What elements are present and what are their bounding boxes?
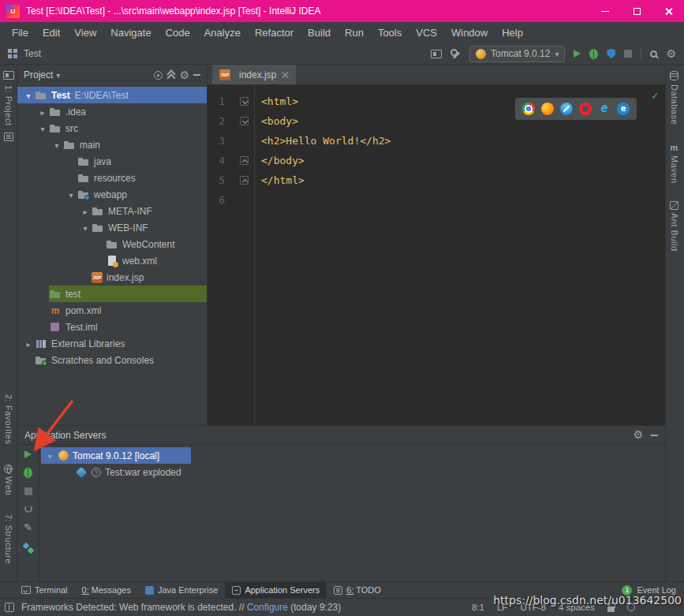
tree-item-java[interactable]: java (17, 153, 207, 170)
tree-item-test[interactable]: test (17, 286, 207, 302)
caret-position[interactable]: 8:1 (472, 603, 484, 612)
tree-item-resources[interactable]: resources (17, 170, 207, 186)
collapse-all-icon[interactable] (166, 70, 175, 80)
project-view-select[interactable]: Project (24, 69, 60, 80)
code-line[interactable]: <h2>Hello World!</h2> (255, 131, 665, 151)
gear-icon[interactable] (633, 429, 643, 441)
debug-server-button[interactable] (24, 468, 32, 478)
deployment-node[interactable]: Test:war exploded (74, 464, 665, 480)
build-settings-icon[interactable] (450, 49, 461, 59)
gear-icon[interactable] (179, 69, 189, 81)
code-line[interactable] (255, 190, 665, 210)
tab-close-icon[interactable] (281, 71, 289, 79)
tab-index-jsp[interactable]: JSP index.jsp (212, 65, 296, 84)
tree-item-src[interactable]: src (17, 120, 207, 136)
menu-refactor[interactable]: Refactor (248, 22, 301, 43)
redeploy-button[interactable] (24, 505, 32, 513)
tree-item-meta-inf[interactable]: META-INF (17, 203, 207, 219)
internet-explorer-icon[interactable] (598, 103, 611, 115)
fold-end-icon[interactable] (240, 156, 249, 165)
chrome-icon[interactable] (522, 103, 535, 115)
stripe-favorites-button[interactable]: 2: Favorites (4, 394, 13, 444)
tab-todo[interactable]: 6: TODO (327, 582, 388, 598)
tab-application-servers[interactable]: Application Servers (225, 582, 327, 598)
opera-icon[interactable] (579, 103, 592, 115)
hide-panel-icon[interactable] (651, 435, 658, 436)
chevron-down-icon[interactable] (65, 189, 77, 200)
bookmarks-icon[interactable] (4, 133, 13, 141)
chevron-down-icon[interactable] (50, 140, 63, 151)
configure-link[interactable]: Configure (247, 602, 288, 613)
fold-start-icon[interactable] (240, 97, 249, 106)
edit-configuration-icon[interactable] (24, 522, 32, 533)
run-configuration-select[interactable]: Tomcat 9.0.12 (469, 46, 565, 62)
preview-layout-icon[interactable] (431, 50, 442, 58)
safari-icon[interactable] (560, 103, 573, 115)
toolwindow-switcher-icon[interactable] (5, 603, 14, 612)
menu-run[interactable]: Run (338, 22, 371, 43)
tree-item-scratches[interactable]: Scratches and Consoles (17, 352, 207, 368)
menu-window[interactable]: Window (444, 22, 495, 43)
tab-terminal[interactable]: Terminal (14, 582, 75, 598)
search-everywhere-icon[interactable] (650, 50, 657, 58)
menu-file[interactable]: File (5, 22, 36, 43)
firefox-icon[interactable] (541, 103, 554, 115)
menu-navigate[interactable]: Navigate (103, 22, 158, 43)
minimize-button[interactable] (589, 0, 621, 22)
tree-item-webapp[interactable]: webapp (17, 186, 207, 203)
menu-vcs[interactable]: VCS (409, 22, 444, 43)
hot-swap-icon[interactable] (23, 543, 34, 554)
chevron-right-icon[interactable] (79, 206, 92, 217)
stripe-maven-button[interactable]: Maven (670, 155, 679, 184)
menu-view[interactable]: View (67, 22, 103, 43)
tree-item-external-libraries[interactable]: External Libraries (17, 335, 207, 352)
code-line[interactable]: </html> (255, 170, 665, 190)
stripe-web-button[interactable]: Web (4, 476, 13, 495)
chevron-right-icon[interactable] (22, 338, 35, 349)
tree-item-web-inf[interactable]: WEB-INF (17, 219, 207, 236)
debug-button[interactable] (589, 49, 598, 59)
menu-tools[interactable]: Tools (371, 22, 409, 43)
breadcrumb[interactable]: Test (24, 48, 41, 59)
tree-item-web-xml[interactable]: web.xml (17, 252, 207, 269)
inspection-ok-icon[interactable] (651, 86, 660, 106)
tab-java-enterprise[interactable]: Java Enterprise (138, 582, 225, 598)
locate-file-icon[interactable] (154, 71, 163, 80)
menu-build[interactable]: Build (301, 22, 338, 43)
stop-button[interactable] (624, 50, 632, 58)
stripe-structure-button[interactable]: 7: Structure (4, 514, 13, 564)
chevron-down-icon[interactable] (36, 123, 49, 134)
run-server-button[interactable] (24, 450, 32, 458)
tab-messages[interactable]: 0: Messages (75, 582, 138, 598)
code-line[interactable]: </body> (255, 151, 665, 170)
tree-item-project-root[interactable]: Test E:\IDEA\Test (17, 87, 207, 103)
stripe-project-button[interactable]: 1: Project (4, 85, 13, 125)
chevron-right-icon[interactable] (36, 106, 49, 118)
server-node-tomcat[interactable]: Tomcat 9.0.12 [local] (41, 447, 191, 464)
tree-item-main[interactable]: main (17, 136, 207, 153)
menu-help[interactable]: Help (495, 22, 530, 43)
tree-item-webcontent[interactable]: WebContent (17, 236, 207, 252)
coverage-button[interactable] (607, 49, 615, 59)
chevron-down-icon[interactable] (22, 90, 35, 101)
edge-icon[interactable] (617, 103, 630, 115)
code-area[interactable]: <html> <body> <h2>Hello World!</h2> </bo… (255, 85, 665, 425)
stripe-database-button[interactable]: Database (670, 84, 679, 125)
tree-item-index-jsp[interactable]: JSP index.jsp (17, 269, 207, 286)
fold-end-icon[interactable] (240, 176, 249, 185)
chevron-down-icon[interactable] (79, 222, 92, 233)
hide-panel-icon[interactable] (193, 74, 200, 76)
toolwindow-icon[interactable] (3, 71, 14, 80)
maximize-button[interactable] (621, 0, 652, 22)
tree-item-idea[interactable]: .idea (17, 103, 207, 120)
close-button[interactable] (652, 0, 684, 22)
menu-edit[interactable]: Edit (36, 22, 67, 43)
menu-code[interactable]: Code (159, 22, 197, 43)
settings-gear-icon[interactable] (666, 48, 676, 60)
menu-analyze[interactable]: Analyze (197, 22, 248, 43)
editor-body[interactable]: 1 2 3 4 5 6 <html> <body> <h2>Hello Worl… (207, 85, 665, 425)
tree-item-test-iml[interactable]: Test.iml (17, 319, 207, 335)
chevron-down-icon[interactable] (45, 450, 54, 461)
stripe-ant-build-button[interactable]: Ant Build (670, 213, 679, 252)
tree-item-pom-xml[interactable]: m pom.xml (17, 302, 207, 319)
